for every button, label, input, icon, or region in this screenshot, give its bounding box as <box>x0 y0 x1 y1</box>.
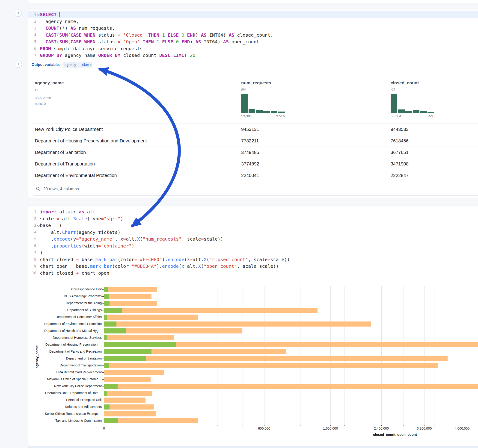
table-cell: New York City Police Department <box>33 127 241 132</box>
histogram-bar <box>391 94 397 113</box>
histogram-bar <box>278 112 285 113</box>
output-variable-label: Output variable: <box>31 63 60 67</box>
histogram-max: 9.4e6 <box>425 114 434 118</box>
histogram-bar <box>413 110 419 113</box>
gridline <box>424 286 425 425</box>
category-label: Department of Transportation <box>32 363 102 367</box>
search-icon[interactable] <box>36 187 41 192</box>
code-line[interactable]: 3 COUNT(*) AS num_requests, <box>28 25 478 32</box>
histogram-bar <box>398 109 405 113</box>
code-line[interactable]: 5 CAST(SUM(CASE WHEN status = 'Open' THE… <box>28 38 478 45</box>
code-line[interactable]: 2 agency_name, <box>28 18 478 25</box>
gridline <box>462 286 462 425</box>
histogram-min: 53,304 <box>391 114 401 118</box>
category-label: Department of Parks and Recreation <box>32 350 102 353</box>
line-number: 4 <box>28 33 36 37</box>
gridline <box>184 286 184 425</box>
y-tick-mark <box>102 421 104 421</box>
table-row[interactable]: Department of Housing Preservation and D… <box>33 135 478 147</box>
sql-code-editor[interactable]: 1SELECT 2 agency_name,3 COUNT(*) AS num_… <box>28 9 478 59</box>
gridline <box>330 286 331 425</box>
x-tick-label: 4,000,000 <box>455 427 470 430</box>
open_count-bar <box>104 342 176 347</box>
y-tick-mark <box>102 366 104 366</box>
closed_count-bar <box>104 294 151 299</box>
table-row[interactable]: Department of Transportation377489234719… <box>33 158 478 170</box>
closed_count-bar <box>104 384 478 389</box>
altair-bar-chart: Correspondence UnitDHS Advantage Program… <box>28 206 478 446</box>
closed_count-bar <box>104 404 154 410</box>
category-label: Department of Consumer Affairs <box>32 315 102 319</box>
histogram-bar <box>405 111 412 113</box>
category-label: Department of Buildings <box>32 308 102 312</box>
category-label: Department of Health and Mental Hyg… <box>32 329 102 333</box>
x-tick-label: 800,000 <box>258 427 270 430</box>
table-cell: 2240041 <box>241 173 391 178</box>
table-header: agency_namestrunique: 20nulls: 0num_requ… <box>33 77 478 124</box>
table-cell: 9453131 <box>241 127 391 132</box>
column-name: closed_count <box>391 81 419 86</box>
open_count-bar <box>104 391 107 396</box>
table-row[interactable]: Department of Environmental Protection22… <box>33 170 478 181</box>
open_count-bar <box>104 287 108 292</box>
x-tick-label: 0 <box>103 427 105 430</box>
closed_count-bar <box>104 308 318 313</box>
table-cell: 3677651 <box>391 150 478 155</box>
category-label: Personal Exemption Unit <box>32 398 102 402</box>
closed_count-bar <box>104 391 152 396</box>
closed_count-bar <box>104 398 145 403</box>
gridline <box>434 286 434 425</box>
add-cell-button[interactable]: + <box>15 61 22 68</box>
gridline <box>393 286 393 425</box>
gridline <box>370 286 370 425</box>
text-cursor <box>59 12 60 17</box>
category-label: Department of Sanitation <box>32 356 102 360</box>
table-column-header[interactable]: closed_counti6453,3049.4e6 <box>391 77 478 124</box>
y-tick-mark <box>102 317 104 317</box>
line-number: 6 <box>28 47 36 51</box>
y-axis-title: agency_name <box>35 345 39 368</box>
table-row[interactable]: New York City Police Department945313194… <box>33 124 478 135</box>
gridline <box>300 286 301 425</box>
histogram-bar <box>271 111 277 113</box>
closed_count-bar <box>104 418 198 423</box>
table-cell: 2222847 <box>391 173 478 178</box>
x-tick-label: 1,600,000 <box>323 427 338 430</box>
category-label: HRA Benefit Card Replacement <box>32 370 102 374</box>
table-column-header[interactable]: num_requestsi6453,3049.5e6 <box>241 77 370 124</box>
code-line[interactable]: 6FROM sample_data.nyc.service_requests <box>28 45 478 52</box>
y-tick-mark <box>102 338 104 338</box>
code-line[interactable]: 4 CAST(SUM(CASE WHEN status = 'Closed' T… <box>28 32 478 39</box>
output-variable-row: Output variable: agency_tickets <box>28 59 478 70</box>
code-line[interactable]: 7GROUP BY agency_name ORDER BY closed_co… <box>28 52 478 59</box>
gridline <box>357 286 357 425</box>
add-cell-button[interactable]: + <box>15 9 22 17</box>
next-cell-edge <box>28 446 478 448</box>
column-name: num_requests <box>241 81 271 86</box>
category-label: Mayorâ€ s Office of Special Enforce… <box>32 377 102 381</box>
code-text: agency_name, <box>36 18 79 25</box>
table-footer: 20 rows, 4 columns <box>33 181 478 196</box>
table-row[interactable]: Department of Sanitation37494853677651 <box>33 147 478 158</box>
sql-cell: 1SELECT 2 agency_name,3 COUNT(*) AS num_… <box>28 9 478 198</box>
y-tick-mark <box>102 386 104 386</box>
code-line[interactable]: 1SELECT <box>28 11 478 18</box>
column-meta: nulls: 0 <box>35 102 46 106</box>
histogram-bar <box>241 94 248 113</box>
y-tick-mark <box>102 303 104 304</box>
category-label: Operations Unit - Department of Hom… <box>32 391 102 395</box>
results-table[interactable]: agency_namestrunique: 20nulls: 0num_requ… <box>33 77 478 196</box>
category-label: Department of Environmental Protection <box>32 322 102 326</box>
y-tick-mark <box>102 359 104 359</box>
closed_count-bar <box>104 287 157 292</box>
histogram-bar <box>420 111 427 113</box>
y-tick-mark <box>102 407 104 407</box>
open_count-bar <box>104 349 151 354</box>
output-variable-badge[interactable]: agency_tickets <box>63 62 92 68</box>
histogram-bar <box>428 112 434 113</box>
y-tick-mark <box>102 352 104 352</box>
table-cell: 3774892 <box>241 161 391 167</box>
table-cell: 3749485 <box>241 150 391 155</box>
line-number: 5 <box>28 40 36 44</box>
table-column-header[interactable]: agency_namestrunique: 20nulls: 0 <box>35 77 164 124</box>
